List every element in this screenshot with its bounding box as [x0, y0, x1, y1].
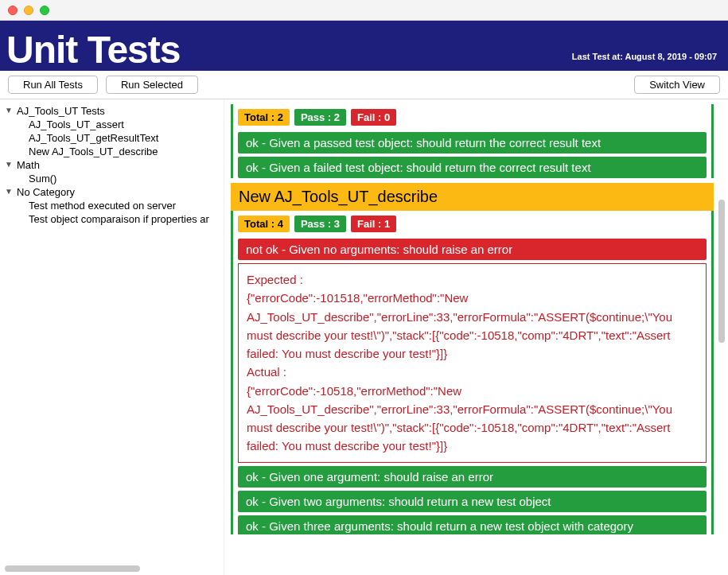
actual-label: Actual : — [247, 363, 698, 381]
toolbar: Run All Tests Run Selected Switch View — [0, 71, 728, 99]
chevron-down-icon: ▼ — [5, 160, 14, 169]
tree-item[interactable]: Test method executed on server — [5, 199, 224, 212]
tree-item[interactable]: New AJ_Tools_UT_describe — [5, 145, 224, 158]
chevron-down-icon: ▼ — [5, 187, 14, 196]
expected-label: Expected : — [247, 270, 698, 289]
results-vertical-scrollbar-thumb[interactable] — [718, 200, 725, 343]
test-result-ok: ok - Given a passed test object: should … — [238, 132, 707, 153]
total-badge: Total : 2 — [238, 109, 290, 126]
switch-view-button[interactable]: Switch View — [634, 76, 720, 94]
window-close-button[interactable] — [8, 6, 18, 15]
window-titlebar — [0, 0, 728, 21]
test-tree-sidebar: ▼ AJ_Tools_UT Tests AJ_Tools_UT_assert A… — [0, 99, 224, 575]
test-result-fail: not ok - Given no arguments: should rais… — [238, 239, 707, 260]
actual-body: {"errorCode":-10518,"errorMethod":"New A… — [247, 382, 698, 456]
sidebar-horizontal-scrollbar[interactable] — [5, 565, 140, 572]
tree-category-label: AJ_Tools_UT Tests — [17, 105, 105, 117]
count-row: Total : 2 Pass : 2 Fail : 0 — [233, 104, 711, 129]
app-header: Unit Tests Last Test at: August 8, 2019 … — [0, 21, 728, 71]
chevron-down-icon: ▼ — [5, 106, 14, 115]
results-panel: Total : 2 Pass : 2 Fail : 0 ok - Given a… — [224, 99, 728, 575]
run-selected-button[interactable]: Run Selected — [106, 76, 198, 94]
tree-category[interactable]: ▼ Math — [5, 158, 224, 172]
page-title: Unit Tests — [6, 31, 180, 69]
fail-badge: Fail : 1 — [351, 216, 396, 232]
tree-category[interactable]: ▼ No Category — [5, 185, 224, 199]
test-result-ok: ok - Given one argument: should raise an… — [238, 466, 707, 488]
fail-badge: Fail : 0 — [351, 109, 396, 126]
tree-category-label: Math — [17, 159, 40, 171]
count-row: Total : 4 Pass : 3 Fail : 1 — [233, 211, 711, 235]
expected-body: {"errorCode":-101518,"errorMethod":"New … — [247, 289, 698, 363]
tree-category[interactable]: ▼ AJ_Tools_UT Tests — [5, 104, 224, 118]
failure-detail: Expected : {"errorCode":-101518,"errorMe… — [238, 263, 707, 463]
total-badge: Total : 4 — [238, 216, 290, 232]
tree-item[interactable]: Sum() — [5, 172, 224, 185]
results-vertical-scrollbar-track[interactable] — [718, 104, 725, 570]
tree-item[interactable]: AJ_Tools_UT_getResultText — [5, 131, 224, 145]
last-test-label: Last Test at: August 8, 2019 - 09:07 — [572, 52, 717, 69]
tree-item[interactable]: AJ_Tools_UT_assert — [5, 118, 224, 131]
window-maximize-button[interactable] — [40, 6, 49, 15]
test-result-ok: ok - Given two arguments: should return … — [238, 491, 707, 512]
pass-badge: Pass : 3 — [294, 216, 346, 232]
tree-category-label: No Category — [17, 186, 75, 198]
test-result-ok: ok - Given three arguments: should retur… — [238, 515, 707, 534]
tree-item[interactable]: Test object comparaison if properties ar — [5, 212, 224, 226]
run-all-button[interactable]: Run All Tests — [8, 76, 98, 94]
pass-badge: Pass : 2 — [294, 109, 346, 126]
test-result-ok: ok - Given a failed test object: should … — [238, 157, 707, 178]
suite-header: New AJ_Tools_UT_describe — [231, 183, 714, 211]
window-minimize-button[interactable] — [24, 6, 33, 15]
